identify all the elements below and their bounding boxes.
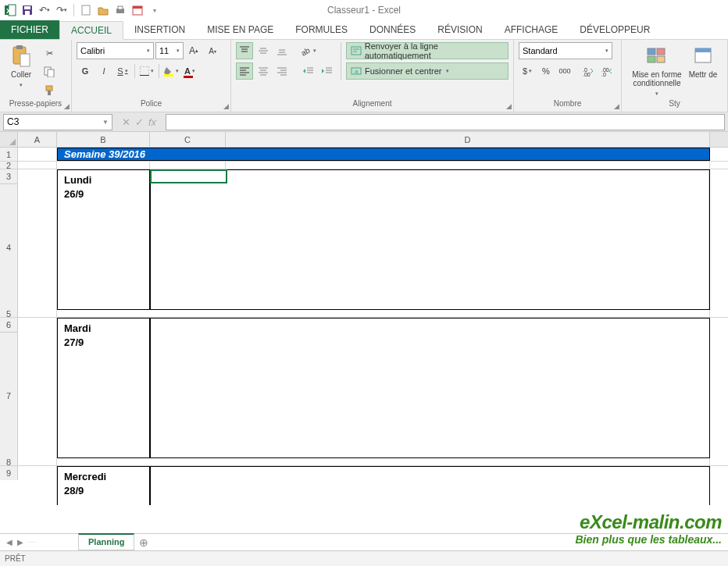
redo-icon[interactable]: ↷▾	[55, 3, 69, 17]
day-label-cell[interactable]: Lundi 26/9	[57, 169, 150, 310]
clipboard-dialog-launcher[interactable]: ◢	[64, 102, 70, 110]
add-sheet-icon[interactable]: ⊕	[134, 536, 153, 549]
increase-indent-icon[interactable]	[319, 62, 336, 80]
quickprint-icon[interactable]	[113, 3, 127, 17]
col-header-b[interactable]: B	[57, 132, 150, 147]
bold-button[interactable]: G	[77, 62, 94, 80]
orientation-icon[interactable]: ab	[300, 42, 317, 59]
font-name-select[interactable]: Calibri▾	[77, 42, 154, 59]
cell[interactable]	[150, 466, 710, 505]
enter-icon[interactable]: ✓	[135, 116, 144, 128]
align-bottom-icon[interactable]	[273, 42, 291, 59]
tab-formules[interactable]: FORMULES	[284, 20, 359, 39]
svg-text:a: a	[355, 68, 359, 75]
week-header-cell[interactable]: Semaine 39/2016	[57, 148, 710, 161]
borders-icon[interactable]	[138, 62, 155, 80]
formula-input[interactable]	[166, 114, 725, 130]
fx-icon[interactable]: fx	[148, 116, 156, 128]
decrease-indent-icon[interactable]	[300, 62, 317, 80]
align-center-icon[interactable]	[255, 62, 272, 80]
tab-revision[interactable]: RÉVISION	[426, 20, 493, 39]
increase-decimal-icon[interactable]: .0.00	[580, 62, 597, 80]
tab-affichage[interactable]: AFFICHAGE	[494, 20, 569, 39]
cut-icon[interactable]: ✂	[41, 45, 58, 61]
font-dialog-launcher[interactable]: ◢	[223, 102, 229, 110]
align-right-icon[interactable]	[273, 62, 291, 80]
sheet-nav-first-icon[interactable]: ◀	[6, 538, 12, 546]
percent-format-icon[interactable]: %	[537, 62, 555, 80]
accounting-format-icon[interactable]: $	[519, 62, 536, 80]
day-label-cell[interactable]: Mercredi 28/9	[57, 466, 150, 505]
group-alignment: ab Renvoyer à la ligne automatiquement	[231, 40, 514, 112]
tab-donnees[interactable]: DONNÉES	[359, 20, 426, 39]
undo-icon[interactable]: ↶▾	[37, 3, 52, 17]
name-box[interactable]: C3▼	[3, 114, 112, 130]
decrease-decimal-icon[interactable]: .00.0	[598, 62, 616, 80]
align-left-icon[interactable]	[236, 62, 253, 80]
ribbon-tabs: FICHIER ACCUEIL INSERTION MISE EN PAGE F…	[0, 20, 728, 40]
calendar-icon[interactable]	[130, 3, 145, 17]
svg-rect-4	[24, 6, 30, 9]
cell[interactable]	[227, 170, 709, 309]
tab-file[interactable]: FICHIER	[0, 20, 59, 39]
sheet-nav-last-icon[interactable]: ▶	[17, 538, 23, 546]
open-icon[interactable]	[96, 3, 110, 17]
tab-insertion[interactable]: INSERTION	[123, 20, 196, 39]
select-all-corner[interactable]	[0, 132, 18, 147]
col-header-c[interactable]: C	[150, 132, 226, 147]
paste-icon	[9, 44, 34, 69]
font-color-icon[interactable]: A	[181, 62, 198, 80]
day-label-cell[interactable]: Mardi 27/9	[57, 318, 150, 458]
cancel-icon[interactable]: ✕	[122, 116, 130, 128]
row-header[interactable]: 4	[0, 183, 18, 310]
tab-mise-en-page[interactable]: MISE EN PAGE	[196, 20, 284, 39]
wrap-text-button[interactable]: Renvoyer à la ligne automatiquement	[346, 42, 509, 59]
tab-accueil[interactable]: ACCUEIL	[59, 21, 123, 40]
fill-color-icon[interactable]	[162, 62, 180, 80]
qat-customize-icon[interactable]: ▾	[148, 3, 162, 17]
underline-button[interactable]: S	[114, 62, 131, 80]
merge-center-button[interactable]: a Fusionner et centrer ▾	[346, 62, 509, 80]
conditional-formatting-button[interactable]: Mise en forme conditionnelle▾	[626, 42, 687, 98]
row-header[interactable]: 9	[0, 466, 18, 480]
row-header[interactable]: 2	[0, 162, 18, 169]
status-bar: PRÊT	[0, 550, 728, 566]
row-header[interactable]: 5	[0, 310, 18, 317]
selected-cell[interactable]	[151, 170, 227, 183]
paste-button[interactable]: Coller ▾	[5, 42, 37, 98]
italic-button[interactable]: I	[95, 62, 112, 80]
excel-icon: X	[3, 3, 17, 17]
comma-format-icon[interactable]: 000	[556, 62, 573, 80]
row-header[interactable]: 8	[0, 458, 18, 465]
new-icon[interactable]	[79, 3, 93, 17]
group-clipboard: Coller ▾ ✂ Presse-papiers ◢	[0, 40, 72, 112]
align-top-icon[interactable]	[236, 42, 253, 59]
copy-icon[interactable]	[41, 64, 58, 80]
align-middle-icon[interactable]	[255, 42, 272, 59]
number-format-select[interactable]: Standard▾	[519, 42, 612, 59]
save-icon[interactable]	[20, 3, 34, 17]
sheet-tab-planning[interactable]: Planning	[78, 533, 134, 550]
row-header[interactable]: 1	[0, 148, 18, 161]
row-header[interactable]: 3	[0, 169, 18, 183]
tab-developpeur[interactable]: DÉVELOPPEUR	[569, 20, 661, 39]
shrink-font-icon[interactable]: A▾	[204, 42, 221, 59]
group-number: Standard▾ $ % 000 .0.00 .00.0 Nombre ◢	[514, 40, 622, 112]
svg-rect-49	[352, 47, 361, 55]
svg-text:ab: ab	[301, 45, 312, 56]
format-painter-icon[interactable]	[41, 83, 58, 98]
cell[interactable]	[18, 148, 57, 161]
col-header-a[interactable]: A	[18, 132, 57, 147]
font-size-select[interactable]: 11▾	[155, 42, 184, 59]
col-header-d[interactable]: D	[226, 132, 710, 147]
grow-font-icon[interactable]: A▴	[185, 42, 202, 59]
alignment-dialog-launcher[interactable]: ◢	[506, 102, 512, 110]
cell[interactable]	[150, 318, 710, 458]
number-dialog-launcher[interactable]: ◢	[614, 102, 619, 110]
row-header[interactable]: 7	[0, 332, 18, 458]
svg-rect-8	[118, 6, 123, 9]
row-header[interactable]: 6	[0, 318, 18, 332]
svg-rect-58	[648, 56, 655, 62]
format-table-button[interactable]: Mettr de	[687, 42, 719, 98]
svg-text:.0: .0	[601, 72, 606, 77]
